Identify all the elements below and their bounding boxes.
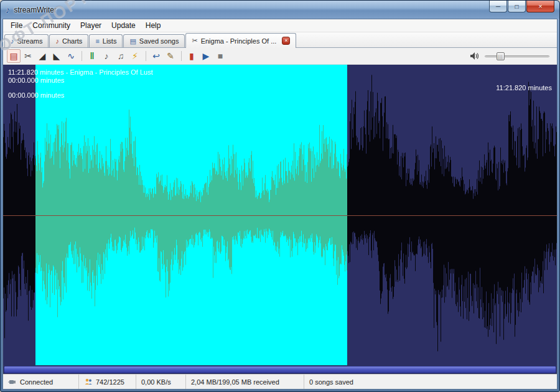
- tab-label: Enigma - Principles Of ...: [201, 37, 277, 45]
- mute-start-button[interactable]: ♪: [100, 49, 113, 63]
- tab-label: Charts: [62, 37, 82, 45]
- disk-icon: ▤: [129, 37, 136, 45]
- status-songs-ratio: 742/1225: [79, 375, 136, 389]
- toolbar-separator: [146, 51, 146, 61]
- app-icon: ♪: [6, 4, 11, 15]
- client-area: File Community Player Update Help ♪ Stre…: [2, 19, 558, 390]
- status-bar: Connected 742/1225 0,00 KB/s 2,04 MB/199…: [3, 374, 557, 389]
- set-position-button[interactable]: ▮: [185, 49, 198, 63]
- tab-bar: ♪ Streams ♪ Charts ≡ Lists ▤ Saved songs…: [3, 32, 557, 48]
- save-button[interactable]: ▤: [7, 49, 21, 63]
- menu-community[interactable]: Community: [27, 20, 75, 31]
- fade-out-button[interactable]: ◣: [50, 49, 63, 63]
- status-saved: 0 songs saved: [304, 375, 557, 389]
- volume-slider[interactable]: |||: [485, 51, 549, 61]
- status-ratio-text: 742/1225: [96, 378, 124, 386]
- volume-slider-thumb[interactable]: |||: [497, 52, 505, 60]
- apply-fx-button[interactable]: ⚡: [128, 49, 142, 63]
- stop-button[interactable]: ■: [213, 49, 227, 63]
- speaker-icon: [470, 52, 480, 60]
- undo-button[interactable]: ↩: [149, 49, 163, 63]
- volume-control: |||: [470, 51, 553, 61]
- minimize-button[interactable]: ─: [489, 1, 507, 12]
- wave-selection-label: 00:00.000 minutes: [8, 91, 65, 99]
- window-title: streamWriter: [14, 6, 57, 14]
- play-button[interactable]: ▶: [199, 49, 213, 63]
- menu-help[interactable]: Help: [141, 20, 166, 31]
- status-connection: Connected: [3, 375, 79, 389]
- scrollbar-thumb[interactable]: [4, 366, 556, 373]
- status-connected-text: Connected: [20, 378, 53, 386]
- waveform-editor: 11:21.820 minutes - Enigma - Principles …: [3, 65, 557, 365]
- list-icon: ≡: [95, 37, 99, 45]
- horizontal-scrollbar: [3, 365, 557, 374]
- mute-end-button[interactable]: ♫: [114, 49, 128, 63]
- music-note-icon: ♪: [11, 37, 14, 45]
- tab-label: Lists: [103, 37, 117, 45]
- chart-note-icon: ♪: [55, 37, 59, 45]
- status-received-text: 2,04 MB/199,05 MB received: [191, 378, 279, 386]
- menu-file[interactable]: File: [6, 20, 27, 31]
- fade-in-button[interactable]: ◢: [35, 49, 49, 63]
- silence-button[interactable]: ‖: [85, 49, 99, 63]
- editor-toolbar: ▤ ✂ ◢ ◣ ∿ ‖ ♪ ♫ ⚡ ↩ ✎ ▮ ▶ ■: [3, 48, 557, 65]
- tab-charts[interactable]: ♪ Charts: [49, 34, 88, 47]
- tab-close-icon[interactable]: ×: [282, 37, 290, 45]
- wave-track-title: 11:21.820 minutes - Enigma - Principles …: [8, 68, 153, 76]
- status-speed: 0,00 KB/s: [136, 375, 186, 389]
- cut-button[interactable]: ✂: [21, 49, 35, 63]
- maximize-button[interactable]: □: [508, 1, 526, 12]
- window-controls: ─ □ ×: [488, 1, 554, 12]
- toolbar-separator: [181, 51, 182, 61]
- toolbar-separator: [82, 51, 82, 61]
- tab-label: Streams: [17, 37, 43, 45]
- auto-cut-button[interactable]: ✎: [164, 49, 177, 63]
- tab-lists[interactable]: ≡ Lists: [89, 34, 123, 47]
- wave-total-length: 11:21.820 minutes: [496, 84, 552, 91]
- app-window: ♪ streamWriter ─ □ × File Community Play…: [0, 0, 560, 392]
- menu-bar: File Community Player Update Help: [3, 19, 557, 32]
- volume-slider-track: [485, 55, 549, 57]
- menu-update[interactable]: Update: [106, 20, 141, 31]
- tab-label: Saved songs: [139, 37, 179, 45]
- close-button[interactable]: ×: [526, 1, 554, 12]
- menu-player[interactable]: Player: [75, 20, 106, 31]
- waveform-canvas[interactable]: [3, 65, 557, 365]
- title-bar: ♪ streamWriter ─ □ ×: [1, 1, 559, 19]
- status-received: 2,04 MB/199,05 MB received: [186, 375, 304, 389]
- tab-enigma-editor[interactable]: ✂ Enigma - Principles Of ... ×: [185, 33, 296, 48]
- effects-button[interactable]: ∿: [64, 49, 78, 63]
- plug-icon: [8, 378, 17, 386]
- tab-streams[interactable]: ♪ Streams: [4, 34, 49, 47]
- wave-position-label: 00:00.000 minutes: [8, 77, 65, 84]
- scissors-icon: ✂: [192, 37, 197, 45]
- status-saved-text: 0 songs saved: [309, 378, 353, 386]
- tab-saved-songs[interactable]: ▤ Saved songs: [123, 34, 185, 47]
- people-icon: [84, 378, 93, 386]
- status-speed-text: 0,00 KB/s: [141, 378, 171, 386]
